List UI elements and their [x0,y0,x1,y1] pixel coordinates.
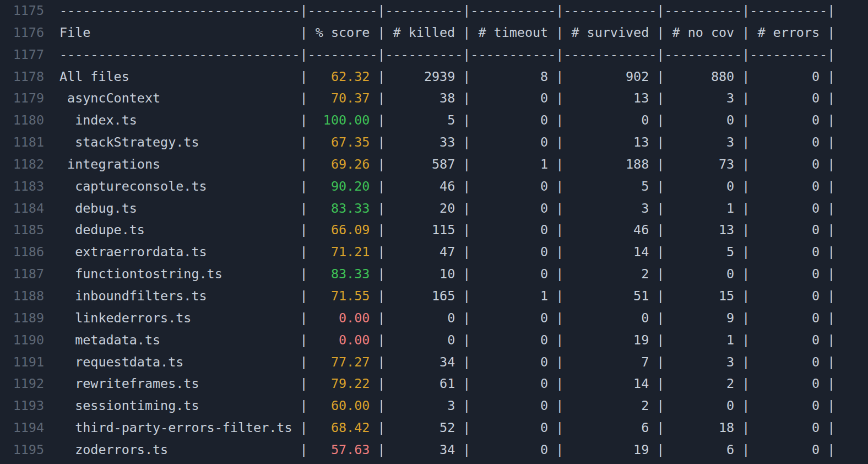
score-cell: 69.26 [308,157,378,172]
line-content[interactable]: asyncContext | 70.37 | 38 | 0 | 13 | 3 |… [59,88,835,110]
file-cell: captureconsole.ts | [59,179,308,194]
editor-line[interactable]: 1185 dedupe.ts | 66.09 | 115 | 0 | 46 | … [0,219,868,241]
line-content[interactable]: File | % score | # killed | # timeout | … [59,22,835,44]
line-number[interactable]: 1187 [0,263,44,285]
metric-cells: | 115 | 0 | 46 | 13 | 0 | [377,222,835,238]
file-cell: integrations | [59,157,308,172]
line-number[interactable]: 1195 [0,439,44,461]
line-content[interactable]: captureconsole.ts | 90.20 | 46 | 0 | 5 |… [59,176,835,198]
editor-line[interactable]: 1184 debug.ts | 83.33 | 20 | 0 | 3 | 1 |… [0,198,868,220]
line-content[interactable]: -------------------------------|--------… [59,0,835,22]
metric-cells: | 20 | 0 | 3 | 1 | 0 | [377,201,835,216]
line-content[interactable]: functiontostring.ts | 83.33 | 10 | 0 | 2… [59,263,835,285]
score-cell: 67.35 [308,134,378,150]
metric-cells: | 47 | 0 | 14 | 5 | 0 | [377,244,835,260]
line-number[interactable]: 1182 [0,154,44,176]
editor-line[interactable]: 1187 functiontostring.ts | 83.33 | 10 | … [0,263,868,285]
score-cell: 60.00 [308,398,378,413]
editor-line[interactable]: 1183 captureconsole.ts | 90.20 | 46 | 0 … [0,176,868,198]
editor-line[interactable]: 1190 metadata.ts | 0.00 | 0 | 0 | 19 | 1… [0,330,868,352]
score-cell: 100.00 [308,112,378,128]
metric-cells: | 2939 | 8 | 902 | 880 | 0 | [377,69,835,84]
editor-line[interactable]: 1192 rewriteframes.ts | 79.22 | 61 | 0 |… [0,373,868,395]
editor-line[interactable]: 1195 zoderrors.ts | 57.63 | 34 | 0 | 19 … [0,439,868,461]
line-number[interactable]: 1191 [0,352,44,374]
file-cell: debug.ts | [59,201,308,216]
score-cell: 79.22 [308,376,378,391]
editor-line[interactable]: 1186 extraerrordata.ts | 71.21 | 47 | 0 … [0,241,868,263]
file-cell: asyncContext | [59,90,308,106]
line-content[interactable]: linkederrors.ts | 0.00 | 0 | 0 | 0 | 9 |… [59,307,835,330]
line-content[interactable]: index.ts | 100.00 | 5 | 0 | 0 | 0 | 0 | [59,110,835,132]
line-content[interactable]: third-party-errors-filter.ts | 68.42 | 5… [59,417,835,439]
line-content[interactable]: dedupe.ts | 66.09 | 115 | 0 | 46 | 13 | … [59,219,835,241]
line-number[interactable]: 1185 [0,219,44,241]
line-content[interactable]: inboundfilters.ts | 71.55 | 165 | 1 | 51… [59,285,835,307]
score-cell: 71.21 [308,244,378,260]
score-cell: 68.42 [308,420,378,435]
line-number[interactable]: 1194 [0,417,44,439]
editor-line[interactable]: 1178All files | 62.32 | 2939 | 8 | 902 |… [0,66,868,88]
editor-line[interactable]: 1188 inboundfilters.ts | 71.55 | 165 | 1… [0,285,868,307]
line-number[interactable]: 1181 [0,132,44,154]
editor-line[interactable]: 1177-------------------------------|----… [0,44,868,66]
line-content[interactable]: zoderrors.ts | 57.63 | 34 | 0 | 19 | 6 |… [59,439,835,461]
editor-line[interactable]: 1194 third-party-errors-filter.ts | 68.4… [0,417,868,439]
score-cell: 83.33 [308,201,378,216]
metric-cells: | 34 | 0 | 19 | 6 | 0 | [377,442,835,457]
line-content[interactable]: rewriteframes.ts | 79.22 | 61 | 0 | 14 |… [59,373,835,395]
line-number[interactable]: 1176 [0,22,44,44]
line-content[interactable]: metadata.ts | 0.00 | 0 | 0 | 19 | 1 | 0 … [59,330,835,352]
editor-line[interactable]: 1175-------------------------------|----… [0,0,868,22]
line-content[interactable]: stackStrategy.ts | 67.35 | 33 | 0 | 13 |… [59,132,835,154]
line-number[interactable]: 1188 [0,285,44,307]
file-cell: functiontostring.ts | [59,266,308,282]
editor-line[interactable]: 1193 sessiontiming.ts | 60.00 | 3 | 0 | … [0,395,868,417]
line-number[interactable]: 1180 [0,110,44,132]
line-number[interactable]: 1184 [0,198,44,220]
line-content[interactable]: All files | 62.32 | 2939 | 8 | 902 | 880… [59,66,835,88]
line-content[interactable]: -------------------------------|--------… [59,44,835,66]
line-content[interactable]: sessiontiming.ts | 60.00 | 3 | 0 | 2 | 0… [59,395,835,417]
metric-cells: | 0 | 0 | 0 | 9 | 0 | [377,310,835,326]
metric-cells: | 61 | 0 | 14 | 2 | 0 | [377,376,835,391]
line-number[interactable]: 1192 [0,373,44,395]
line-content[interactable]: requestdata.ts | 77.27 | 34 | 0 | 7 | 3 … [59,352,835,374]
separator-row: -------------------------------|--------… [59,47,835,62]
file-cell: stackStrategy.ts | [59,134,308,150]
line-content[interactable]: integrations | 69.26 | 587 | 1 | 188 | 7… [59,154,835,176]
line-number[interactable]: 1177 [0,44,44,66]
editor-line[interactable]: 1179 asyncContext | 70.37 | 38 | 0 | 13 … [0,88,868,110]
editor-line[interactable]: 1181 stackStrategy.ts | 67.35 | 33 | 0 |… [0,132,868,154]
line-number[interactable]: 1178 [0,66,44,88]
score-cell: 66.09 [308,222,378,238]
editor-line[interactable]: 1176File | % score | # killed | # timeou… [0,22,868,44]
metric-cells: | 587 | 1 | 188 | 73 | 0 | [377,157,835,172]
line-content[interactable]: debug.ts | 83.33 | 20 | 0 | 3 | 1 | 0 | [59,198,835,220]
line-number[interactable]: 1190 [0,330,44,352]
line-number[interactable]: 1189 [0,307,44,330]
editor-line[interactable]: 1191 requestdata.ts | 77.27 | 34 | 0 | 7… [0,352,868,374]
file-cell: inboundfilters.ts | [59,288,308,304]
score-cell: 0.00 [308,332,378,348]
editor-line[interactable]: 1189 linkederrors.ts | 0.00 | 0 | 0 | 0 … [0,307,868,330]
editor-pane: 1175-------------------------------|----… [0,0,868,461]
file-cell: metadata.ts | [59,332,308,348]
metric-cells: | 5 | 0 | 0 | 0 | 0 | [377,112,835,128]
line-number[interactable]: 1186 [0,241,44,263]
line-number[interactable]: 1175 [0,0,44,22]
metric-cells: | 165 | 1 | 51 | 15 | 0 | [377,288,835,304]
line-number[interactable]: 1193 [0,395,44,417]
line-content[interactable]: extraerrordata.ts | 71.21 | 47 | 0 | 14 … [59,241,835,263]
metric-cells: | 10 | 0 | 2 | 0 | 0 | [377,266,835,282]
editor-line[interactable]: 1180 index.ts | 100.00 | 5 | 0 | 0 | 0 |… [0,110,868,132]
file-cell: linkederrors.ts | [59,310,308,326]
score-cell: 90.20 [308,179,378,194]
file-cell: All files | [59,69,308,84]
metric-cells: | 52 | 0 | 6 | 18 | 0 | [377,420,835,435]
metric-cells: | 33 | 0 | 13 | 3 | 0 | [377,134,835,150]
line-number[interactable]: 1179 [0,88,44,110]
line-number[interactable]: 1183 [0,176,44,198]
editor-line[interactable]: 1182 integrations | 69.26 | 587 | 1 | 18… [0,154,868,176]
score-cell: 71.55 [308,288,378,304]
